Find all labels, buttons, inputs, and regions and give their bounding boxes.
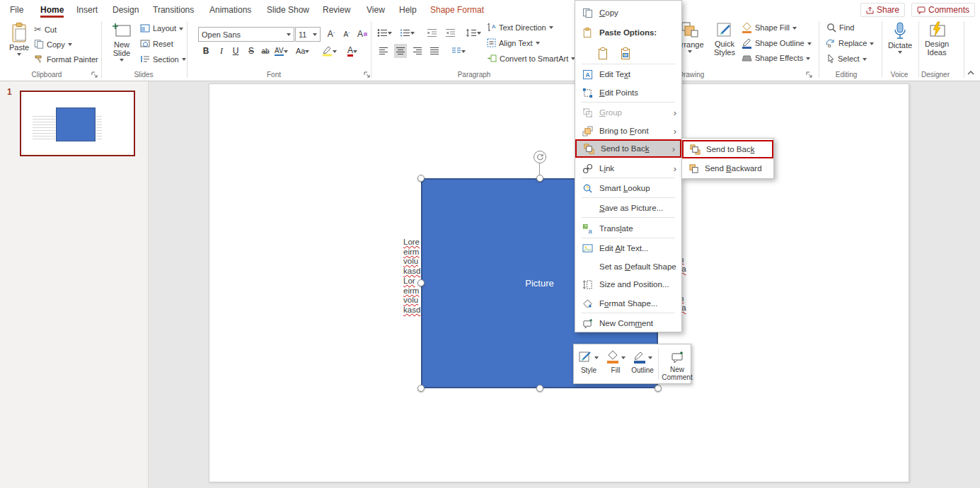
dictate-button[interactable]: Dictate: [886, 21, 914, 56]
cut-button[interactable]: ✂ Cut: [34, 24, 57, 35]
tab-home[interactable]: Home: [36, 0, 68, 19]
menu-item-set-default-shape[interactable]: Set as Default Shape: [575, 257, 681, 276]
align-left-button[interactable]: [377, 44, 390, 58]
text-direction-button[interactable]: A Text Direction: [487, 23, 553, 32]
menu-item-link[interactable]: Link: [575, 159, 681, 178]
tab-review[interactable]: Review: [318, 0, 354, 19]
increase-indent-button[interactable]: [444, 25, 456, 40]
bullets-button[interactable]: [377, 25, 392, 40]
slide-thumbnail[interactable]: [20, 91, 135, 156]
resize-handle-bottom-right[interactable]: [655, 385, 662, 392]
style-button[interactable]: Style: [575, 347, 602, 381]
shape-effects-button[interactable]: Shape Effects: [742, 53, 810, 63]
paste-button[interactable]: Paste: [6, 22, 33, 58]
tab-help[interactable]: Help: [395, 0, 421, 19]
columns-dropdown-icon: [461, 50, 466, 55]
resize-handle-middle-left[interactable]: [417, 279, 425, 286]
shape-fill-button[interactable]: Shape Fill: [742, 22, 797, 33]
menu-item-bring-to-front[interactable]: Bring to Front: [575, 122, 681, 140]
drawing-dialog-launcher-icon[interactable]: [805, 71, 813, 79]
menu-item-edit-text[interactable]: A Edit Text: [575, 65, 681, 83]
rotate-icon: [536, 153, 544, 161]
clipboard-dialog-launcher-icon[interactable]: [91, 71, 98, 79]
menu-item-send-to-back[interactable]: Send to Back: [575, 139, 681, 158]
shape-outline-button[interactable]: Shape Outline: [742, 37, 812, 49]
find-button[interactable]: Find: [826, 23, 854, 33]
copy-button[interactable]: Copy: [34, 39, 72, 50]
font-dialog-launcher-icon[interactable]: [363, 71, 371, 79]
align-right-button[interactable]: [411, 44, 424, 58]
tab-insert[interactable]: Insert: [72, 0, 102, 19]
resize-handle-top-left[interactable]: [417, 175, 425, 182]
submenu-item-send-to-back[interactable]: Send to Back: [682, 140, 773, 158]
collapse-ribbon-icon[interactable]: [967, 69, 975, 76]
menu-item-format-shape[interactable]: Format Shape...: [575, 294, 681, 313]
select-button[interactable]: Select: [826, 54, 867, 64]
menu-item-size-and-position[interactable]: Size and Position...: [575, 275, 681, 294]
design-ideas-icon: [927, 21, 947, 40]
layout-button[interactable]: Layout: [140, 24, 183, 33]
replace-dropdown-icon: [870, 42, 874, 47]
italic-button[interactable]: I: [215, 44, 228, 58]
tab-slide-show[interactable]: Slide Show: [263, 0, 313, 19]
align-text-button[interactable]: Align Text: [487, 38, 540, 47]
reset-button[interactable]: Reset: [140, 39, 173, 48]
tab-shape-format[interactable]: Shape Format: [426, 0, 488, 19]
grow-font-button[interactable]: Aˆ: [325, 27, 338, 41]
font-family-combobox[interactable]: Open Sans: [198, 27, 294, 42]
columns-button[interactable]: [451, 44, 466, 58]
replace-button[interactable]: b Replace: [825, 38, 874, 48]
comments-button[interactable]: Comments: [911, 3, 975, 17]
menu-item-copy[interactable]: Copy: [575, 4, 681, 22]
new-comment-button[interactable]: New Comment: [661, 347, 693, 381]
numbering-button[interactable]: [400, 25, 415, 40]
justify-button[interactable]: [428, 44, 441, 58]
text-box-left-fragment[interactable]: Lore eirm volu kasd Lor eirm volu kasd: [403, 238, 420, 315]
character-spacing-button[interactable]: AV: [275, 44, 288, 58]
share-button[interactable]: Share: [860, 3, 905, 17]
paste-picture-button[interactable]: [618, 45, 633, 62]
thumbnail-text-right: [96, 116, 102, 141]
rotate-handle[interactable]: [534, 151, 546, 163]
tab-animations[interactable]: Animations: [205, 0, 255, 19]
line-spacing-button[interactable]: [466, 25, 481, 40]
submenu-arrow-icon: [674, 163, 676, 174]
tab-view[interactable]: View: [362, 0, 389, 19]
menu-item-translate[interactable]: a Translate: [575, 219, 681, 238]
decrease-indent-button[interactable]: [425, 25, 438, 40]
align-center-button[interactable]: [394, 44, 407, 58]
paragraph-group-label: Paragraph: [458, 71, 491, 79]
resize-handle-bottom-center[interactable]: [536, 385, 543, 392]
tab-file[interactable]: File: [6, 0, 28, 19]
bold-button[interactable]: B: [200, 44, 212, 58]
tab-design[interactable]: Design: [108, 0, 143, 19]
convert-to-smartart-button[interactable]: Convert to SmartArt: [487, 54, 575, 63]
fill-button[interactable]: Fill: [602, 347, 629, 381]
shrink-font-button[interactable]: Aˇ: [340, 27, 353, 41]
outline-button[interactable]: Outline: [629, 347, 656, 381]
menu-item-new-comment[interactable]: New Comment: [575, 314, 681, 332]
change-case-button[interactable]: Aa: [296, 44, 309, 58]
tab-transitions[interactable]: Transitions: [149, 0, 198, 19]
font-color-button[interactable]: A: [346, 44, 359, 58]
clear-formatting-button[interactable]: A: [356, 27, 369, 41]
design-ideas-button[interactable]: Design Ideas: [921, 21, 952, 57]
strikethrough-button[interactable]: S: [245, 44, 258, 58]
underline-button[interactable]: U: [229, 44, 242, 58]
menu-item-edit-points[interactable]: Edit Points: [575, 83, 681, 102]
new-slide-button[interactable]: New Slide: [108, 22, 136, 64]
paste-keep-formatting-button[interactable]: [595, 45, 611, 62]
double-strikethrough-button[interactable]: ab: [259, 44, 272, 58]
layout-dropdown-icon: [179, 28, 183, 33]
submenu-item-send-backward[interactable]: Send Backward: [682, 159, 773, 178]
menu-item-save-as-picture[interactable]: Save as Picture...: [575, 199, 681, 217]
resize-handle-top-center[interactable]: [536, 175, 543, 182]
format-painter-button[interactable]: Format Painter: [34, 54, 98, 64]
quick-styles-button[interactable]: Quick Styles: [710, 21, 739, 57]
highlight-color-button[interactable]: [322, 44, 337, 58]
menu-item-smart-lookup[interactable]: Smart Lookup: [575, 179, 681, 197]
menu-item-edit-alt-text[interactable]: Edit Alt Text...: [575, 239, 681, 257]
resize-handle-bottom-left[interactable]: [417, 385, 425, 392]
font-size-combobox[interactable]: 11: [295, 27, 321, 42]
section-button[interactable]: Section: [140, 54, 186, 64]
